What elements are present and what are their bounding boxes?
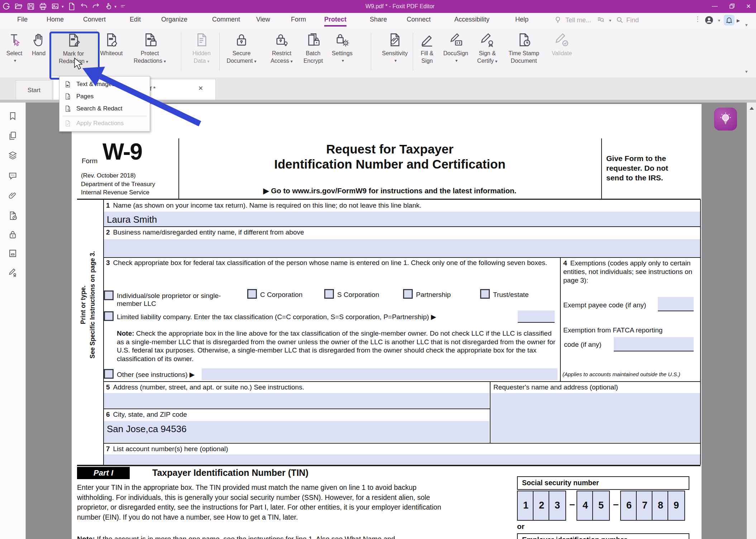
- batch-encrypt-button[interactable]: BatchEncrypt: [300, 29, 326, 75]
- line1-name-field[interactable]: Laura Smith: [104, 212, 700, 226]
- whiteout-button[interactable]: Whiteout: [97, 29, 125, 75]
- account-avatar[interactable]: [704, 15, 714, 25]
- ssn-digit-cell[interactable]: 5: [592, 491, 610, 521]
- checkbox-c-corporation-label: C Corporation: [260, 291, 302, 299]
- menu-protect[interactable]: Protect: [324, 16, 346, 27]
- fields-panel-icon[interactable]: [8, 249, 18, 258]
- checkbox-llc[interactable]: [104, 311, 114, 321]
- menu-convert[interactable]: Convert: [83, 16, 106, 25]
- pages-panel-icon[interactable]: [8, 131, 18, 141]
- line6-city-field[interactable]: San Jose,ca 94536: [104, 421, 489, 442]
- menu-connect[interactable]: Connect: [407, 16, 431, 25]
- attachments-panel-icon[interactable]: [8, 191, 18, 200]
- fatca-code-field[interactable]: [614, 337, 694, 351]
- checkbox-trust-estate[interactable]: [480, 289, 490, 299]
- menu-comment[interactable]: Comment: [212, 16, 240, 25]
- advanced-search-caret-icon[interactable]: ▾: [609, 18, 611, 23]
- fill-sign-button[interactable]: Fill &Sign: [416, 29, 439, 75]
- menu-edit[interactable]: Edit: [130, 16, 141, 25]
- vertical-scrollbar[interactable]: [747, 103, 756, 539]
- signatures-panel-icon[interactable]: [8, 268, 18, 277]
- menu-file[interactable]: File: [17, 16, 28, 25]
- ssn-digit-cell[interactable]: 7: [636, 491, 654, 521]
- new-document-icon[interactable]: [67, 2, 76, 11]
- requester-field[interactable]: [491, 393, 700, 442]
- checkbox-individual[interactable]: [104, 290, 114, 300]
- sign-certify-button[interactable]: Sign &Certify▾: [473, 29, 502, 75]
- menu-accessibility[interactable]: Accessibility: [454, 16, 489, 25]
- panel-expand-icon[interactable]: ▸: [737, 16, 740, 24]
- sensitivity-button[interactable]: Sensitivity▾: [377, 29, 413, 75]
- docusign-button[interactable]: DocuSign▾: [439, 29, 472, 75]
- tell-me-lightbulb-icon[interactable]: [554, 16, 562, 24]
- account-caret-icon[interactable]: ▾: [718, 18, 720, 23]
- line7-account-field[interactable]: [104, 454, 700, 464]
- restore-button[interactable]: [726, 1, 738, 11]
- tell-me-input[interactable]: Tell me...: [565, 16, 591, 24]
- ssn-digit-cell[interactable]: 2: [533, 491, 550, 521]
- line5-address-field[interactable]: [104, 393, 489, 408]
- checkbox-s-corporation[interactable]: [324, 289, 334, 299]
- close-button[interactable]: ✕: [742, 1, 755, 11]
- hand-button[interactable]: Hand: [27, 29, 50, 75]
- tab-start[interactable]: Start: [16, 80, 52, 100]
- touch-mode-icon[interactable]: [104, 2, 113, 11]
- redo-icon[interactable]: [92, 2, 100, 11]
- llc-classification-field[interactable]: [518, 311, 555, 323]
- menu-home[interactable]: Home: [47, 16, 64, 25]
- table-border-right: [700, 199, 701, 465]
- assistant-lightbulb-button[interactable]: [714, 108, 737, 131]
- checkbox-c-corporation[interactable]: [247, 289, 257, 299]
- export-image-icon[interactable]: [51, 2, 59, 11]
- ssn-digit-cell[interactable]: 4: [576, 491, 594, 521]
- scroll-up-icon[interactable]: [750, 107, 754, 110]
- checkbox-other[interactable]: [104, 369, 114, 379]
- tab-close-icon[interactable]: ✕: [196, 85, 205, 94]
- menu-help[interactable]: Help: [515, 16, 528, 25]
- ssn-digit-cell[interactable]: 1: [517, 491, 535, 521]
- toolbar-options-caret-icon[interactable]: ▾: [745, 22, 748, 28]
- open-file-icon[interactable]: [14, 2, 23, 11]
- shared-review-panel-icon[interactable]: [8, 211, 18, 221]
- select-button[interactable]: Select▾: [3, 29, 26, 75]
- other-field[interactable]: [202, 368, 558, 380]
- print-icon[interactable]: [39, 2, 47, 11]
- ssn-digit-cell[interactable]: 8: [652, 491, 669, 521]
- menu-share[interactable]: Share: [370, 16, 387, 25]
- collapse-ribbon-caret-icon[interactable]: ▾: [745, 69, 748, 74]
- advanced-search-icon[interactable]: [597, 16, 605, 24]
- ssn-digit-cell[interactable]: 9: [668, 491, 685, 521]
- checkbox-partnership[interactable]: [403, 289, 413, 299]
- minimize-button[interactable]: —: [709, 1, 721, 11]
- export-caret-icon[interactable]: ▾: [62, 4, 64, 9]
- notification-bell-button[interactable]: [724, 15, 735, 25]
- find-input[interactable]: Find: [626, 16, 639, 24]
- time-stamp-document-button[interactable]: Time StampDocument: [502, 29, 545, 75]
- settings-button[interactable]: Settings▾: [327, 29, 358, 75]
- overflow-dots-icon[interactable]: ⋮: [694, 15, 701, 23]
- restrict-access-button[interactable]: RestrictAccess▾: [264, 29, 300, 75]
- sign-certify-icon: [480, 32, 495, 47]
- save-icon[interactable]: [27, 2, 35, 11]
- menu-item-text-images[interactable]: Text & Images: [59, 78, 150, 90]
- ssn-digit-cell[interactable]: 6: [620, 491, 638, 521]
- customize-toolbar-icon[interactable]: [120, 4, 126, 9]
- find-icon[interactable]: [616, 16, 623, 24]
- menu-item-search-redact[interactable]: Search & Redact: [59, 103, 150, 115]
- secure-document-button[interactable]: SecureDocument▾: [221, 29, 262, 75]
- bookmarks-panel-icon[interactable]: [8, 111, 18, 121]
- docusign-icon: [448, 32, 463, 47]
- comments-panel-icon[interactable]: [8, 171, 18, 181]
- menu-form[interactable]: Form: [291, 16, 306, 25]
- protect-redactions-button[interactable]: ProtectRedactions▾: [126, 29, 173, 75]
- menu-organize[interactable]: Organize: [161, 16, 187, 25]
- touch-caret-icon[interactable]: ▾: [115, 4, 117, 9]
- layers-panel-icon[interactable]: [8, 151, 18, 160]
- exempt-payee-field[interactable]: [658, 297, 694, 311]
- security-panel-icon[interactable]: [8, 230, 18, 240]
- undo-icon[interactable]: [80, 2, 88, 11]
- menu-view[interactable]: View: [256, 16, 270, 25]
- line2-business-field[interactable]: [104, 239, 700, 257]
- menu-item-pages[interactable]: Pages: [59, 90, 150, 103]
- ssn-digit-cell[interactable]: 3: [549, 491, 566, 521]
